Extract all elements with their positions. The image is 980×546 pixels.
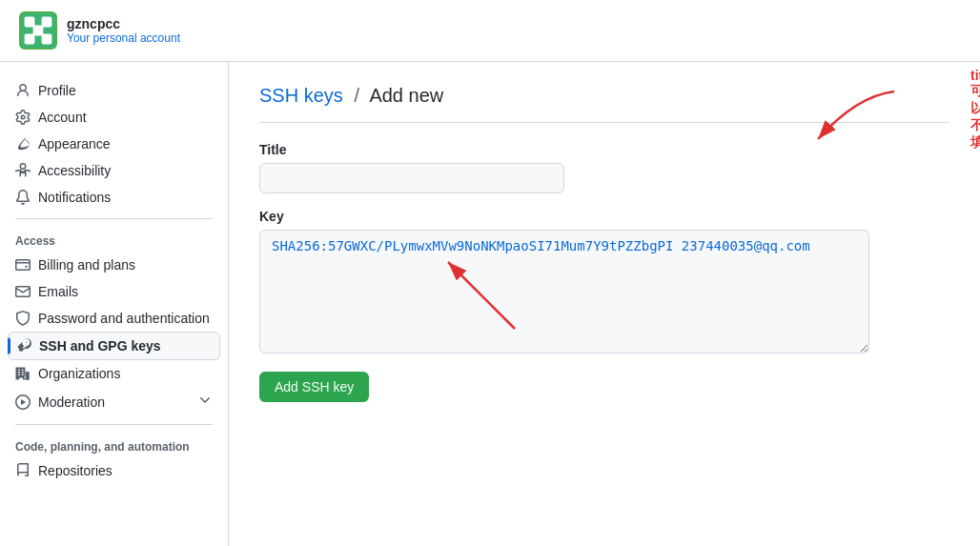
- sidebar-label-ssh: SSH and GPG keys: [39, 338, 161, 354]
- sidebar-item-ssh[interactable]: SSH and GPG keys: [8, 332, 220, 360]
- add-ssh-key-button[interactable]: Add SSH key: [259, 372, 369, 402]
- svg-rect-1: [25, 17, 35, 28]
- avatar: [19, 11, 57, 50]
- user-info: gzncpcc Your personal account: [67, 16, 180, 45]
- heading-separator: /: [354, 85, 359, 106]
- svg-rect-4: [25, 34, 35, 45]
- key-icon: [16, 338, 31, 354]
- title-form-group: Title: [259, 142, 949, 193]
- paintbrush-icon: [15, 136, 31, 152]
- sidebar-item-password[interactable]: Password and authentication: [0, 305, 228, 332]
- title-input[interactable]: [259, 163, 564, 193]
- sidebar: Profile Account Appearance: [0, 62, 229, 546]
- sidebar-label-moderation: Moderation: [38, 394, 105, 410]
- code-section-label: Code, planning, and automation: [0, 433, 228, 457]
- chevron-down-icon: [197, 393, 213, 411]
- sidebar-label-repositories: Repositories: [38, 463, 112, 478]
- svg-rect-3: [33, 26, 44, 36]
- sidebar-item-appearance[interactable]: Appearance: [0, 131, 228, 157]
- sidebar-label-organizations: Organizations: [38, 366, 120, 381]
- page-heading: SSH keys / Add new: [259, 85, 949, 123]
- bell-icon: [15, 190, 31, 205]
- repo-icon: [15, 463, 31, 478]
- shield-icon: [15, 311, 31, 326]
- access-section-label: Access: [0, 227, 228, 252]
- mod-icon: [15, 394, 31, 410]
- sidebar-label-profile: Profile: [38, 83, 76, 98]
- key-textarea[interactable]: SHA256:57GWXC/PLymwxMVw9NoNKMpaoSI71Mum7…: [259, 230, 869, 354]
- key-form-group: Key SHA256:57GWXC/PLymwxMVw9NoNKMpaoSI71…: [259, 209, 949, 356]
- person-icon: [15, 83, 31, 98]
- sidebar-label-accessibility: Accessibility: [38, 163, 111, 178]
- sidebar-divider-1: [15, 218, 213, 219]
- sidebar-item-emails[interactable]: Emails: [0, 278, 228, 305]
- sidebar-label-password: Password and authentication: [38, 311, 210, 326]
- sidebar-label-billing: Billing and plans: [38, 257, 135, 273]
- sidebar-item-moderation[interactable]: Moderation: [0, 387, 228, 416]
- sidebar-item-billing[interactable]: Billing and plans: [0, 252, 228, 278]
- svg-rect-5: [42, 34, 52, 45]
- mail-icon: [15, 284, 31, 299]
- sidebar-item-accessibility[interactable]: Accessibility: [0, 157, 228, 184]
- sidebar-item-profile[interactable]: Profile: [0, 77, 228, 104]
- svg-rect-2: [42, 17, 52, 28]
- org-icon: [15, 366, 31, 381]
- sidebar-item-notifications[interactable]: Notifications: [0, 184, 228, 211]
- gear-icon: [15, 110, 31, 125]
- sidebar-item-repositories[interactable]: Repositories: [0, 457, 228, 484]
- heading-text: Add new: [369, 85, 443, 106]
- top-bar: gzncpcc Your personal account: [0, 0, 980, 62]
- title-label: Title: [259, 142, 949, 157]
- heading-link[interactable]: SSH keys: [259, 85, 343, 106]
- main-content: SSH keys / Add new Title Key SHA256:57GW…: [229, 62, 980, 546]
- credit-card-icon: [15, 257, 31, 273]
- sidebar-label-emails: Emails: [38, 284, 78, 299]
- sidebar-label-account: Account: [38, 110, 87, 125]
- layout: Profile Account Appearance: [0, 62, 980, 546]
- key-label: Key: [259, 209, 949, 224]
- username: gzncpcc: [67, 16, 180, 31]
- sidebar-divider-2: [15, 424, 213, 425]
- user-subtitle: Your personal account: [67, 31, 180, 45]
- sidebar-label-appearance: Appearance: [38, 136, 111, 152]
- sidebar-label-notifications: Notifications: [38, 190, 111, 205]
- sidebar-item-account[interactable]: Account: [0, 104, 228, 131]
- sidebar-item-organizations[interactable]: Organizations: [0, 360, 228, 387]
- accessibility-icon: [15, 163, 31, 178]
- annotation-text-title: title可以不填: [970, 68, 980, 152]
